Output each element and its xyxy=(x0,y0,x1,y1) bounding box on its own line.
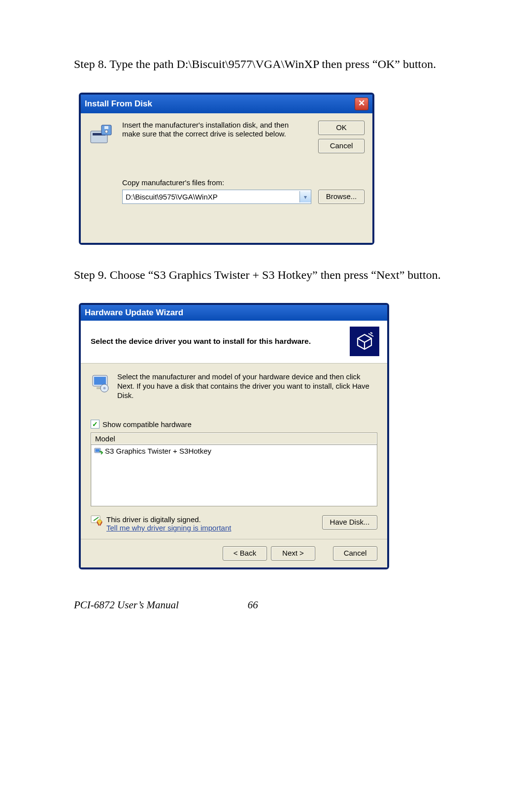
chevron-down-icon[interactable]: ▾ xyxy=(299,191,311,202)
install-from-disk-dialog: Install From Disk ✕ Insert the manufactu… xyxy=(79,93,374,245)
close-icon[interactable]: ✕ xyxy=(355,98,368,110)
list-item[interactable]: S3 Graphics Twister + S3Hotkey xyxy=(94,446,374,456)
wizard-icon xyxy=(350,327,379,356)
wizard-info: Select the manufacturer and model of you… xyxy=(117,372,377,400)
hardware-update-wizard-dialog: Hardware Update Wizard Select the device… xyxy=(79,303,389,569)
svg-point-9 xyxy=(103,387,106,390)
show-compatible-checkbox[interactable]: ✓ xyxy=(91,420,100,429)
path-combobox[interactable]: D:\Biscuit\9575\VGA\WinXP ▾ xyxy=(122,190,311,204)
model-column-header: Model xyxy=(91,432,377,444)
wizard-heading: Select the device driver you want to ins… xyxy=(91,337,311,346)
path-value: D:\Biscuit\9575\VGA\WinXP xyxy=(126,193,218,201)
svg-rect-6 xyxy=(94,377,106,385)
titlebar: Install From Disk ✕ xyxy=(81,95,372,113)
monitor-icon xyxy=(91,372,110,394)
step8-text: Step 8. Type the path D:\Biscuit\9577\VG… xyxy=(119,56,468,73)
step9-text: Step 9. Choose “S3 Graphics Twister + S3… xyxy=(119,267,468,284)
have-disk-button[interactable]: Have Disk... xyxy=(322,515,377,530)
manual-title: PCI-6872 User’s Manual xyxy=(74,599,179,611)
cancel-button[interactable]: Cancel xyxy=(333,546,377,561)
next-button[interactable]: Next > xyxy=(271,546,315,561)
signed-text: This driver is digitally signed. xyxy=(106,515,231,524)
svg-point-4 xyxy=(105,130,108,133)
dialog-title: Hardware Update Wizard xyxy=(85,308,183,318)
svg-rect-3 xyxy=(104,126,108,129)
titlebar: Hardware Update Wizard xyxy=(81,305,387,321)
floppy-disk-icon xyxy=(89,122,113,147)
model-listbox[interactable]: S3 Graphics Twister + S3Hotkey xyxy=(91,444,377,506)
driver-item-icon xyxy=(94,447,103,455)
copy-from-label: Copy manufacturer's files from: xyxy=(122,178,365,187)
svg-rect-11 xyxy=(96,449,100,452)
dialog-message: Insert the manufacturer's installation d… xyxy=(122,121,305,139)
ok-button[interactable]: OK xyxy=(318,121,365,135)
page-number: 66 xyxy=(248,599,258,611)
driver-signing-link[interactable]: Tell me why driver signing is important xyxy=(106,524,231,532)
dialog-title: Install From Disk xyxy=(85,99,152,109)
back-button[interactable]: < Back xyxy=(223,546,267,561)
cancel-button[interactable]: Cancel xyxy=(318,139,365,153)
model-item-label: S3 Graphics Twister + S3Hotkey xyxy=(105,447,211,455)
page-footer: PCI-6872 User’s Manual 66 xyxy=(74,599,468,611)
browse-button[interactable]: Browse... xyxy=(318,190,365,204)
certificate-icon xyxy=(91,515,102,526)
show-compatible-label: Show compatible hardware xyxy=(102,420,192,429)
